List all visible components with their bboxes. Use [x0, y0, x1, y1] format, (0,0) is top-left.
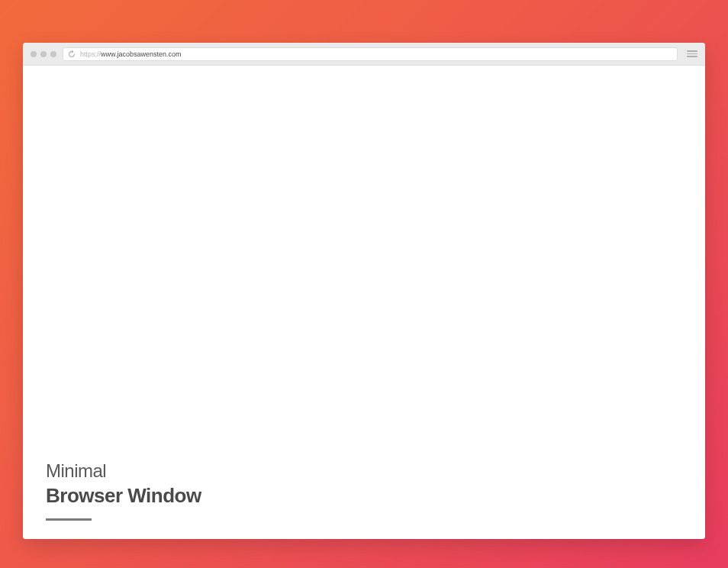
- url-text: https://www.jacobsawensten.com: [80, 50, 182, 58]
- browser-window: https://www.jacobsawensten.com Minimal B…: [23, 43, 705, 539]
- browser-toolbar: https://www.jacobsawensten.com: [23, 43, 705, 66]
- reload-icon[interactable]: [68, 50, 76, 58]
- address-bar[interactable]: https://www.jacobsawensten.com: [63, 47, 678, 61]
- browser-content: Minimal Browser Window: [23, 66, 705, 539]
- minimize-window-button[interactable]: [40, 51, 47, 57]
- maximize-window-button[interactable]: [50, 51, 56, 57]
- title-line-1: Minimal: [46, 460, 201, 482]
- traffic-lights: [31, 51, 56, 57]
- title-line-2: Browser Window: [46, 484, 201, 508]
- title-underline: [46, 518, 92, 521]
- title-block: Minimal Browser Window: [46, 460, 201, 521]
- menu-icon[interactable]: [687, 49, 697, 60]
- url-protocol: https://: [80, 50, 101, 58]
- url-domain: www.jacobsawensten.com: [101, 50, 182, 58]
- close-window-button[interactable]: [31, 51, 37, 57]
